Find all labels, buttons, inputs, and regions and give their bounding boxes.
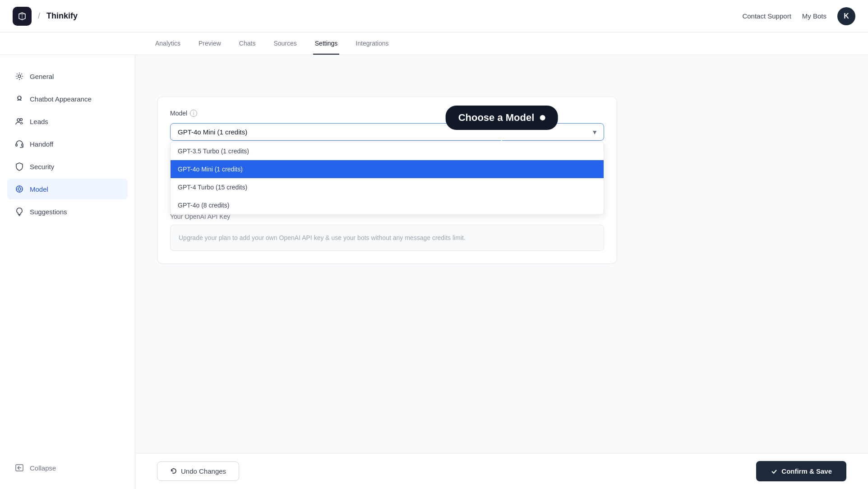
svg-point-5 — [20, 119, 23, 121]
brand-name: Thinkify — [46, 11, 78, 21]
logo-icon — [13, 7, 32, 26]
logo-area: / Thinkify — [13, 7, 78, 26]
sidebar-label-suggestions: Suggestions — [30, 208, 67, 216]
content-area: Choose a Model Model i GPT-3.5 Turbo (1 … — [135, 55, 868, 489]
gear-icon — [14, 71, 24, 81]
api-key-info-text: Upgrade your plan to add your own OpenAI… — [170, 225, 604, 251]
svg-point-8 — [20, 147, 21, 148]
sidebar-item-model[interactable]: Model — [7, 179, 128, 199]
svg-point-2 — [18, 97, 18, 98]
headset-icon — [14, 139, 24, 149]
tab-preview[interactable]: Preview — [197, 32, 223, 55]
user-avatar[interactable]: K — [837, 7, 855, 25]
svg-point-9 — [18, 188, 21, 190]
sidebar-label-security: Security — [30, 163, 54, 171]
model-icon — [14, 184, 24, 194]
sidebar: General Chatbot Appearance — [0, 55, 135, 489]
main-layout: General Chatbot Appearance — [0, 55, 868, 489]
dropdown-options-panel: GPT-3.5 Turbo (1 credits) GPT-4o Mini (1… — [170, 142, 604, 215]
model-label-text: Model — [170, 110, 187, 117]
sidebar-label-model: Model — [30, 185, 48, 193]
sidebar-label-handoff: Handoff — [30, 140, 53, 148]
dropdown-option-gpt4omini[interactable]: GPT-4o Mini (1 credits) — [171, 160, 604, 178]
svg-rect-7 — [22, 144, 23, 146]
sidebar-item-suggestions[interactable]: Suggestions — [7, 201, 128, 222]
tab-analytics[interactable]: Analytics — [153, 32, 182, 55]
sidebar-item-handoff[interactable]: Handoff — [7, 134, 128, 154]
undo-icon — [170, 468, 177, 475]
model-dropdown-select[interactable]: GPT-3.5 Turbo (1 credits) GPT-4o Mini (1… — [170, 123, 604, 141]
my-bots-link[interactable]: My Bots — [802, 12, 826, 20]
svg-point-4 — [17, 119, 20, 121]
sidebar-item-leads[interactable]: Leads — [7, 111, 128, 132]
sidebar-spacer — [7, 224, 128, 456]
svg-rect-6 — [16, 144, 17, 146]
collapse-label: Collapse — [30, 464, 56, 472]
dropdown-option-gpt35[interactable]: GPT-3.5 Turbo (1 credits) — [171, 142, 604, 160]
dropdown-option-gpt4turbo[interactable]: GPT-4 Turbo (15 credits) — [171, 178, 604, 196]
collapse-icon — [14, 463, 24, 473]
model-dropdown-wrapper: GPT-3.5 Turbo (1 credits) GPT-4o Mini (1… — [170, 123, 604, 141]
svg-point-3 — [20, 97, 21, 98]
api-key-section: Your OpenAI API Key Upgrade your plan to… — [170, 213, 604, 251]
model-card: Model i GPT-3.5 Turbo (1 credits) GPT-4o… — [157, 97, 617, 264]
tab-integrations[interactable]: Integrations — [354, 32, 390, 55]
tab-chats[interactable]: Chats — [237, 32, 258, 55]
appearance-icon — [14, 94, 24, 104]
logo-slash: / — [38, 11, 40, 21]
undo-label: Undo Changes — [181, 467, 226, 475]
info-icon[interactable]: i — [190, 110, 197, 117]
confirm-label: Confirm & Save — [781, 467, 832, 475]
tab-sources[interactable]: Sources — [272, 32, 298, 55]
footer-actions: Undo Changes Confirm & Save — [135, 453, 868, 489]
contact-support-link[interactable]: Contact Support — [742, 12, 791, 20]
shield-icon — [14, 161, 24, 171]
undo-button[interactable]: Undo Changes — [157, 461, 239, 481]
sidebar-item-security[interactable]: Security — [7, 156, 128, 177]
checkmark-icon — [771, 468, 778, 475]
nav-tabs: Analytics Preview Chats Sources Settings… — [0, 32, 868, 55]
tooltip-container: Choose a Model — [157, 69, 846, 97]
model-label: Model i — [170, 110, 604, 117]
svg-point-0 — [18, 75, 21, 78]
sidebar-collapse[interactable]: Collapse — [7, 457, 128, 478]
sidebar-item-chatbot-appearance[interactable]: Chatbot Appearance — [7, 88, 128, 109]
svg-point-10 — [16, 186, 23, 192]
dropdown-option-gpt4o[interactable]: GPT-4o (8 credits) — [171, 196, 604, 214]
sidebar-item-general[interactable]: General — [7, 66, 128, 87]
lightbulb-icon — [14, 207, 24, 217]
app-header: / Thinkify Contact Support My Bots K — [0, 0, 868, 32]
sidebar-label-chatbot-appearance: Chatbot Appearance — [30, 95, 92, 103]
header-right: Contact Support My Bots K — [742, 7, 855, 25]
confirm-save-button[interactable]: Confirm & Save — [756, 461, 846, 481]
sidebar-label-leads: Leads — [30, 118, 48, 125]
users-icon — [14, 116, 24, 126]
sidebar-label-general: General — [30, 73, 54, 80]
tab-settings[interactable]: Settings — [313, 32, 340, 55]
